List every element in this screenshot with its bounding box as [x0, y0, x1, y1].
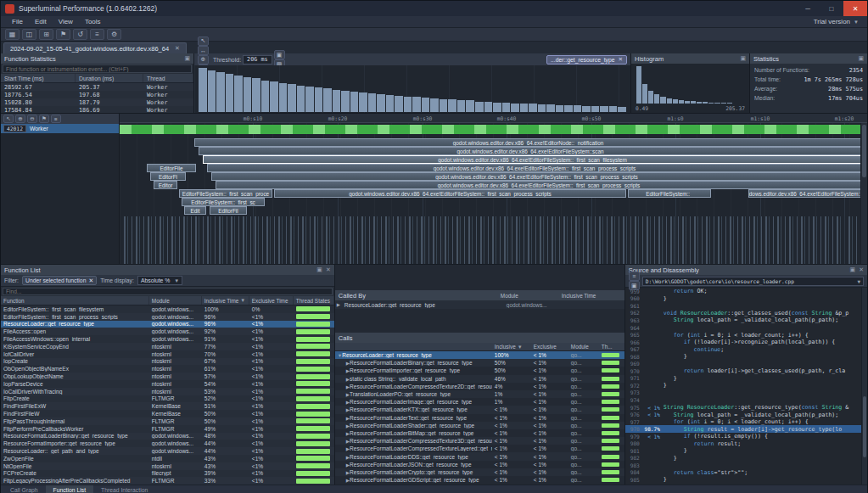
table-row[interactable]: 15028.80187.79Worker	[1, 98, 193, 106]
duration-bar[interactable]	[556, 105, 564, 112]
zoom-in-button[interactable]: ⊕	[198, 55, 209, 64]
source-line[interactable]: 962void ResourceLoader::get_classes_used…	[625, 310, 867, 317]
source-line[interactable]: 975< 1%String ResourceLoader::get_resour…	[625, 404, 867, 412]
view-mode-button[interactable]: ≡	[629, 272, 640, 281]
duration-bar[interactable]	[279, 83, 288, 112]
function-list-row[interactable]: ZwOpenFilentdll43%<1%	[1, 455, 334, 462]
source-line[interactable]: 960}	[625, 295, 867, 303]
function-list-row[interactable]: NtOpenFilentoskrnl43%<1%	[1, 462, 334, 470]
timeline-span[interactable]: EditorFileSystem::_	[628, 189, 711, 198]
source-line[interactable]: 968 }	[625, 353, 867, 361]
function-list-row[interactable]: FltpCreateFLTMGR52%<1%	[1, 395, 334, 403]
popout-icon[interactable]: ▣	[858, 55, 864, 62]
export-button[interactable]: ⚑	[56, 29, 70, 40]
duration-bar[interactable]	[412, 97, 421, 112]
capture-tab[interactable]: 2024-09-02_15-05-41_godot.windows.editor…	[3, 42, 187, 53]
popout-icon[interactable]: ▣	[850, 266, 856, 273]
duration-bar[interactable]	[261, 81, 270, 112]
duration-bar[interactable]	[502, 103, 511, 112]
duration-bar[interactable]	[564, 105, 573, 112]
expand-icon[interactable]: ▶	[335, 302, 342, 307]
calls-row[interactable]: ▶ResourceFormatLoaderBinary::get_resourc…	[335, 359, 624, 367]
source-line[interactable]: 976< 1% String local_path = _validate_lo…	[625, 411, 867, 418]
new-session-button[interactable]: ▦	[5, 29, 20, 40]
duration-bar[interactable]	[582, 106, 591, 112]
calls-row[interactable]: ▶ResourceFormatImporter::get_resource_ty…	[335, 367, 624, 374]
calls-row[interactable]: ▶ResourceFormatLoaderJSON::get_resource_…	[335, 461, 624, 468]
duration-bar[interactable]	[208, 70, 216, 112]
timeline-span[interactable]: EditorFileSystem::_first_sc	[182, 198, 265, 206]
calls-row[interactable]: ▶ResourceFormatLoaderCompressedTexture2D…	[335, 383, 624, 390]
function-list-row[interactable]: FileAccessWindows::open_internalgodot.wi…	[1, 335, 334, 343]
duration-bar[interactable]	[475, 102, 484, 112]
calls-row[interactable]: ▶ResourceFormatLoaderCrypto::get_resourc…	[335, 468, 624, 476]
calls-row[interactable]: ▶ResourceFormatLoaderDDS::get_resource_t…	[335, 452, 624, 460]
source-line[interactable]: 964	[625, 324, 867, 332]
duration-bar[interactable]	[448, 99, 456, 112]
histogram-bar[interactable]	[636, 66, 641, 104]
maximize-button[interactable]: □	[820, 1, 843, 16]
function-list-row[interactable]: FltpPassThroughInternalFLTMGR50%<1%	[1, 417, 334, 425]
trial-version-dropdown[interactable]: Trial version ▼	[814, 18, 862, 25]
function-list-row[interactable]: ObOpenObjectByNameExntoskrnl61%<1%	[1, 365, 334, 373]
close-icon[interactable]: ✕	[859, 266, 864, 273]
source-line[interactable]: 97898.7% String result = loader[i]->get_…	[625, 425, 867, 433]
duration-bar[interactable]	[377, 94, 385, 112]
source-line[interactable]: 965 for (int i = 0; i < loader_count; i+…	[625, 331, 867, 339]
threshold-input[interactable]: 206 ms	[243, 55, 272, 64]
table-row[interactable]: 28592.67205.37Worker	[1, 83, 193, 91]
calls-row[interactable]: ▶TranslationLoaderPO::get_resource_type1…	[335, 390, 624, 398]
timeline-span[interactable]: godot.windows.editor.dev.x86_64.exe!Edit…	[216, 181, 862, 189]
function-list-row[interactable]: EditorFileSystem::_first_scan_filesystem…	[1, 305, 334, 313]
source-line[interactable]: 970 return loader[i]->get_classes_used(p…	[625, 367, 867, 375]
timeline-span[interactable]: EditorFileSystem::_first_scan_proce	[179, 189, 272, 198]
duration-bar[interactable]	[609, 106, 618, 112]
source-scrollbar[interactable]	[861, 288, 867, 485]
duration-bar[interactable]	[422, 98, 430, 112]
duration-bar[interactable]	[333, 90, 341, 112]
timeline-ruler[interactable]: m0:s10m0:s20m0:s30m0:s40m0:s50m1:s0m1:s1…	[120, 114, 867, 123]
calls-row[interactable]: ▶ResourceFormatLoaderKTX::get_resource_t…	[335, 406, 624, 413]
calls-row[interactable]: ▶ResourceFormatLoaderImage::get_resource…	[335, 398, 624, 406]
source-line[interactable]: 985}	[625, 476, 867, 484]
view-options-button[interactable]: ≡	[51, 115, 61, 123]
chip-remove-icon[interactable]: ✕	[619, 56, 623, 63]
function-list-row[interactable]: ResourceFormatLoaderBinary::get_resource…	[1, 433, 334, 440]
zoom-out-button[interactable]: ⊖	[27, 115, 37, 123]
calls-row[interactable]: ▶ResourceFormatLoaderCompressedTexture3D…	[335, 437, 624, 445]
duration-bar[interactable]	[305, 87, 314, 112]
duration-bar[interactable]	[484, 102, 493, 112]
timeline-span[interactable]: Edit	[184, 206, 206, 215]
timeline-body[interactable]: godot.windows.editor.dev.x86_64.exe!Edit…	[120, 123, 867, 264]
filter-scope-chip[interactable]: Under selected function ✕	[22, 276, 97, 285]
calls-row[interactable]: ▶ResourceFormatLoaderCompressedTextureLa…	[335, 445, 624, 452]
duration-bar[interactable]	[430, 98, 439, 112]
source-line[interactable]: 972}	[625, 382, 867, 389]
function-filter-chip[interactable]: ...der::get_resource_type ✕	[546, 55, 627, 64]
source-line[interactable]: 984 return class="str">"";	[625, 469, 867, 477]
function-list-row[interactable]: FltpLegacyProcessingAfterPreCallbacksCom…	[1, 477, 334, 485]
select-cursor-button[interactable]: ↖	[3, 115, 14, 123]
histogram-bar[interactable]	[642, 84, 647, 104]
col-start-time[interactable]: Start Time (ms)	[1, 74, 76, 82]
duration-bar[interactable]	[574, 105, 582, 112]
function-search-input[interactable]	[3, 64, 192, 73]
source-line[interactable]: 959 return OK;	[625, 288, 867, 295]
timeline-deep-callstacks[interactable]	[124, 216, 860, 264]
duration-bar[interactable]	[618, 107, 626, 112]
close-tab-icon[interactable]: ✕	[175, 45, 180, 52]
source-line[interactable]: 961	[625, 302, 867, 310]
timeline-span[interactable]: godot.windows.editor.dev.x86_64.exe!Edit…	[199, 147, 862, 155]
menu-view[interactable]: View	[53, 18, 79, 25]
calls-row[interactable]: ▶ResourceFormatLoaderGDScript::get_resou…	[335, 476, 624, 484]
menu-edit[interactable]: Edit	[29, 18, 53, 25]
duration-bar[interactable]	[350, 92, 359, 112]
col-inclusive-time[interactable]: Inclusive Time	[562, 293, 621, 299]
popout-icon[interactable]: ▣	[316, 266, 322, 273]
function-duration-chart[interactable]	[194, 65, 630, 113]
timeline-canvas[interactable]: m0:s10m0:s20m0:s30m0:s40m0:s50m1:s0m1:s1…	[120, 114, 867, 264]
duration-bar[interactable]	[216, 72, 225, 112]
duration-bar[interactable]	[359, 92, 367, 112]
bottom-tab-function-list[interactable]: Function List	[46, 485, 94, 493]
duration-bar[interactable]	[386, 95, 395, 112]
